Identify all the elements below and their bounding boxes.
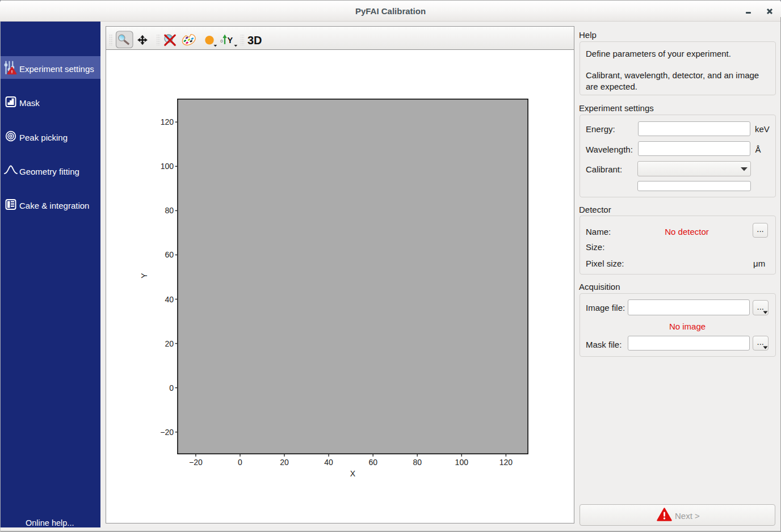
svg-text:3D: 3D (247, 34, 262, 47)
svg-text:X: X (350, 469, 356, 478)
svg-text:80: 80 (413, 458, 422, 467)
svg-text:−20: −20 (160, 428, 174, 437)
svg-text:80: 80 (165, 206, 174, 215)
svg-text:Y: Y (140, 273, 149, 278)
svg-text:0: 0 (220, 39, 223, 44)
svg-text:120: 120 (499, 458, 513, 467)
svg-text:120: 120 (161, 117, 174, 126)
svg-text:Y: Y (228, 36, 233, 45)
svg-text:−20: −20 (189, 458, 203, 467)
svg-text:0: 0 (169, 383, 174, 392)
svg-text:!: ! (11, 69, 13, 74)
svg-text:60: 60 (165, 250, 174, 259)
svg-text:60: 60 (368, 458, 377, 467)
svg-text:100: 100 (161, 162, 174, 171)
svg-text:40: 40 (324, 458, 333, 467)
svg-text:20: 20 (165, 339, 174, 348)
svg-text:20: 20 (280, 458, 289, 467)
svg-text:0: 0 (238, 458, 242, 467)
svg-text:100: 100 (455, 458, 469, 467)
svg-text:40: 40 (165, 295, 174, 304)
